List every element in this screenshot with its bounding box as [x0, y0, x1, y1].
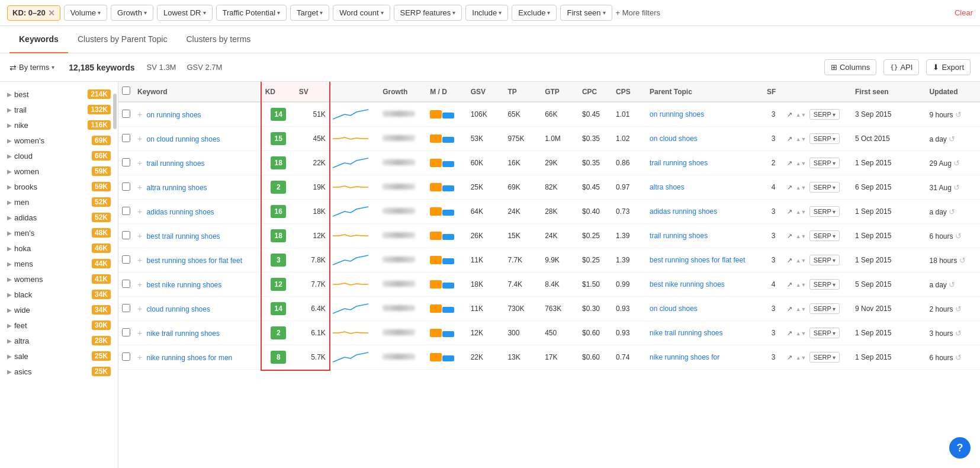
keyword-link[interactable]: nike running shoes for men [147, 354, 233, 362]
parent-topic-link[interactable]: adidas running shoes [650, 207, 717, 216]
th-kd[interactable]: KD [262, 82, 295, 102]
scroll-handle[interactable] [113, 94, 117, 129]
row-checkbox[interactable] [122, 110, 130, 118]
serp-button[interactable]: SERP ▾ [809, 158, 840, 168]
row-checkbox[interactable] [122, 255, 130, 264]
add-icon[interactable]: + [137, 304, 142, 313]
parent-topic-link[interactable]: on cloud shoes [650, 134, 698, 143]
sidebar-item[interactable]: ▶ cloud 66K [0, 148, 118, 164]
row-checkbox[interactable] [122, 328, 130, 336]
keyword-link[interactable]: on cloud running shoes [147, 135, 220, 143]
lowest-dr-filter[interactable]: Lowest DR ▾ [157, 5, 213, 21]
refresh-icon[interactable]: ↺ [949, 207, 955, 216]
add-icon[interactable]: + [137, 134, 142, 143]
sidebar-item[interactable]: ▶ hoka 46K [0, 241, 118, 256]
serp-button[interactable]: SERP ▾ [809, 133, 840, 144]
serp-button[interactable]: SERP ▾ [809, 279, 840, 290]
sidebar-item[interactable]: ▶ feet 30K [0, 318, 118, 333]
sort-by-terms-btn[interactable]: ⇄ By terms ▾ [9, 63, 54, 72]
exclude-filter[interactable]: Exclude ▾ [512, 5, 557, 21]
parent-topic-link[interactable]: on running shoes [650, 110, 704, 118]
row-checkbox[interactable] [122, 207, 130, 215]
th-keyword[interactable]: Keyword [134, 82, 262, 102]
sidebar-item[interactable]: ▶ nike 116K [0, 117, 118, 133]
export-button[interactable]: ⬇ Export [926, 59, 971, 75]
th-sv[interactable]: SV [295, 82, 329, 102]
th-tp[interactable]: TP [504, 82, 541, 102]
tab-clusters-parent[interactable]: Clusters by Parent Topic [68, 26, 176, 53]
filter-tag-close[interactable]: ✕ [48, 8, 55, 18]
th-gsv[interactable]: GSV [467, 82, 505, 102]
serp-button[interactable]: SERP ▾ [809, 328, 840, 338]
th-updated[interactable]: Updated [926, 82, 980, 102]
th-md[interactable]: M / D [426, 82, 467, 102]
refresh-icon[interactable]: ↺ [949, 134, 955, 143]
refresh-icon[interactable]: ↺ [955, 110, 962, 119]
sidebar-item[interactable]: ▶ women's 69K [0, 133, 118, 148]
refresh-icon[interactable]: ↺ [953, 159, 960, 168]
sidebar-item[interactable]: ▶ asics 25K [0, 364, 118, 379]
clear-button[interactable]: Clear [955, 8, 973, 17]
parent-topic-link[interactable]: best nike running shoes [650, 280, 725, 289]
sidebar-item[interactable]: ▶ best 214K [0, 86, 118, 102]
keyword-link[interactable]: trail running shoes [147, 159, 205, 168]
refresh-icon[interactable]: ↺ [955, 353, 962, 362]
add-icon[interactable]: + [137, 352, 142, 362]
th-gtp[interactable]: GTP [541, 82, 579, 102]
row-checkbox[interactable] [122, 280, 130, 288]
sidebar-item[interactable]: ▶ adidas 52K [0, 210, 118, 225]
add-icon[interactable]: + [137, 207, 142, 216]
keyword-link[interactable]: altra running shoes [147, 184, 207, 192]
add-icon[interactable]: + [137, 231, 142, 241]
sidebar-item[interactable]: ▶ trail 132K [0, 102, 118, 117]
keyword-link[interactable]: nike trail running shoes [147, 329, 220, 338]
row-checkbox[interactable] [122, 231, 130, 239]
tab-keywords[interactable]: Keywords [9, 26, 68, 53]
add-icon[interactable]: + [137, 255, 142, 265]
refresh-icon[interactable]: ↺ [955, 329, 962, 338]
growth-filter[interactable]: Growth ▾ [111, 5, 153, 21]
volume-filter[interactable]: Volume ▾ [64, 5, 107, 21]
row-checkbox[interactable] [122, 304, 130, 312]
th-cpc[interactable]: CPC [579, 82, 612, 102]
add-icon[interactable]: + [137, 158, 142, 168]
refresh-icon[interactable]: ↺ [959, 256, 966, 265]
target-filter[interactable]: Target ▾ [290, 5, 329, 21]
keyword-link[interactable]: best running shoes for flat feet [147, 257, 242, 265]
th-cps[interactable]: CPS [612, 82, 646, 102]
tab-clusters-terms[interactable]: Clusters by terms [176, 26, 260, 53]
parent-topic-link[interactable]: nike running shoes for [650, 353, 719, 361]
word-count-filter[interactable]: Word count ▾ [333, 5, 390, 21]
sidebar-item[interactable]: ▶ men 52K [0, 194, 118, 210]
row-checkbox[interactable] [122, 182, 130, 191]
keyword-link[interactable]: best trail running shoes [147, 232, 220, 241]
active-filter-tag[interactable]: KD: 0–20 ✕ [7, 5, 60, 21]
sidebar-item[interactable]: ▶ sale 25K [0, 348, 118, 364]
refresh-icon[interactable]: ↺ [949, 280, 955, 289]
th-growth[interactable]: Growth [379, 82, 426, 102]
serp-button[interactable]: SERP ▾ [809, 109, 840, 120]
parent-topic-link[interactable]: trail running shoes [650, 232, 708, 240]
add-icon[interactable]: + [137, 328, 142, 338]
th-first-seen[interactable]: First seen [852, 82, 926, 102]
row-checkbox[interactable] [122, 352, 130, 361]
refresh-icon[interactable]: ↺ [955, 304, 962, 313]
serp-features-filter[interactable]: SERP features ▾ [394, 5, 462, 21]
parent-topic-link[interactable]: nike trail running shoes [650, 329, 722, 337]
serp-button[interactable]: SERP ▾ [809, 303, 840, 314]
parent-topic-link[interactable]: altra shoes [650, 183, 685, 191]
parent-topic-link[interactable]: trail running shoes [650, 159, 708, 167]
th-sf[interactable]: SF [763, 82, 783, 102]
add-icon[interactable]: + [137, 110, 142, 119]
serp-button[interactable]: SERP ▾ [809, 255, 840, 265]
serp-button[interactable]: SERP ▾ [809, 352, 840, 363]
keyword-link[interactable]: on running shoes [147, 111, 201, 119]
more-filters-btn[interactable]: + More filters [616, 8, 661, 17]
row-checkbox[interactable] [122, 158, 130, 166]
sidebar-item[interactable]: ▶ wide 34K [0, 302, 118, 318]
add-icon[interactable]: + [137, 280, 142, 289]
th-parent-topic[interactable]: Parent Topic [646, 82, 763, 102]
api-button[interactable]: {} API [883, 59, 919, 75]
add-icon[interactable]: + [137, 182, 142, 192]
sidebar-item[interactable]: ▶ altra 28K [0, 333, 118, 348]
